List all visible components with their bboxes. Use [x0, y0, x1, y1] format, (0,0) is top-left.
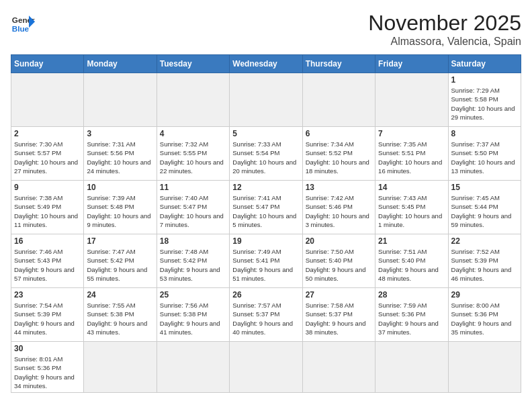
day-number: 29	[451, 290, 518, 300]
day-info: Sunrise: 7:48 AM Sunset: 5:42 PM Dayligh…	[160, 247, 226, 283]
day-number: 4	[160, 129, 226, 138]
calendar-day-cell	[157, 73, 229, 127]
day-info: Sunrise: 7:54 AM Sunset: 5:39 PM Dayligh…	[14, 301, 81, 336]
day-number: 14	[378, 183, 445, 192]
day-number: 6	[306, 129, 372, 138]
calendar-day-cell: 17Sunrise: 7:47 AM Sunset: 5:42 PM Dayli…	[84, 234, 157, 288]
day-number: 9	[14, 183, 81, 192]
calendar-day-cell	[11, 73, 84, 127]
logo-icon: General Blue	[11, 11, 35, 35]
svg-text:Blue: Blue	[12, 24, 30, 33]
day-number: 11	[160, 183, 226, 192]
calendar-day-cell	[157, 342, 229, 393]
day-info: Sunrise: 7:57 AM Sunset: 5:37 PM Dayligh…	[232, 301, 299, 336]
calendar-day-cell	[375, 342, 448, 393]
day-number: 7	[378, 129, 445, 138]
calendar-day-cell: 26Sunrise: 7:57 AM Sunset: 5:37 PM Dayli…	[230, 288, 302, 342]
calendar-day-cell: 18Sunrise: 7:48 AM Sunset: 5:42 PM Dayli…	[157, 234, 229, 288]
header: General Blue November 2025 Almassora, Va…	[11, 11, 521, 48]
logo: General Blue	[11, 11, 35, 35]
day-number: 3	[87, 129, 153, 138]
day-number: 21	[378, 236, 445, 246]
calendar-week-row: 23Sunrise: 7:54 AM Sunset: 5:39 PM Dayli…	[11, 288, 521, 342]
day-info: Sunrise: 7:41 AM Sunset: 5:47 PM Dayligh…	[232, 193, 299, 229]
location-subtitle: Almassora, Valencia, Spain	[368, 36, 521, 48]
day-info: Sunrise: 7:45 AM Sunset: 5:44 PM Dayligh…	[451, 193, 518, 229]
calendar-day-cell: 10Sunrise: 7:39 AM Sunset: 5:48 PM Dayli…	[84, 181, 157, 234]
calendar-day-cell: 6Sunrise: 7:34 AM Sunset: 5:52 PM Daylig…	[302, 127, 375, 181]
calendar-day-cell: 20Sunrise: 7:50 AM Sunset: 5:40 PM Dayli…	[302, 234, 375, 288]
day-number: 12	[232, 183, 299, 192]
day-number: 8	[451, 129, 518, 138]
day-info: Sunrise: 7:43 AM Sunset: 5:45 PM Dayligh…	[378, 193, 445, 229]
day-number: 28	[378, 290, 445, 300]
day-number: 24	[87, 290, 153, 300]
calendar-day-cell	[375, 73, 448, 127]
day-info: Sunrise: 7:33 AM Sunset: 5:54 PM Dayligh…	[232, 140, 299, 175]
day-info: Sunrise: 7:59 AM Sunset: 5:36 PM Dayligh…	[378, 301, 445, 336]
col-saturday: Saturday	[448, 55, 521, 73]
day-info: Sunrise: 7:40 AM Sunset: 5:47 PM Dayligh…	[160, 193, 226, 229]
calendar-day-cell: 4Sunrise: 7:32 AM Sunset: 5:55 PM Daylig…	[157, 127, 229, 181]
day-info: Sunrise: 7:39 AM Sunset: 5:48 PM Dayligh…	[87, 193, 153, 229]
calendar-day-cell	[84, 342, 157, 393]
calendar-day-cell: 25Sunrise: 7:56 AM Sunset: 5:38 PM Dayli…	[157, 288, 229, 342]
calendar-day-cell: 30Sunrise: 8:01 AM Sunset: 5:36 PM Dayli…	[11, 342, 84, 393]
day-number: 10	[87, 183, 153, 192]
calendar-week-row: 16Sunrise: 7:46 AM Sunset: 5:43 PM Dayli…	[11, 234, 521, 288]
day-number: 20	[306, 236, 372, 246]
day-info: Sunrise: 7:29 AM Sunset: 5:58 PM Dayligh…	[451, 86, 518, 122]
calendar-day-cell: 28Sunrise: 7:59 AM Sunset: 5:36 PM Dayli…	[375, 288, 448, 342]
calendar-day-cell	[448, 342, 521, 393]
calendar-day-cell	[302, 342, 375, 393]
day-info: Sunrise: 7:42 AM Sunset: 5:46 PM Dayligh…	[306, 193, 372, 229]
calendar-week-row: 9Sunrise: 7:38 AM Sunset: 5:49 PM Daylig…	[11, 181, 521, 234]
calendar-day-cell: 15Sunrise: 7:45 AM Sunset: 5:44 PM Dayli…	[448, 181, 521, 234]
calendar-day-cell: 22Sunrise: 7:52 AM Sunset: 5:39 PM Dayli…	[448, 234, 521, 288]
calendar-day-cell: 21Sunrise: 7:51 AM Sunset: 5:40 PM Dayli…	[375, 234, 448, 288]
calendar-day-cell: 8Sunrise: 7:37 AM Sunset: 5:50 PM Daylig…	[448, 127, 521, 181]
calendar-day-cell: 5Sunrise: 7:33 AM Sunset: 5:54 PM Daylig…	[230, 127, 302, 181]
calendar-day-cell	[84, 73, 157, 127]
day-info: Sunrise: 8:00 AM Sunset: 5:36 PM Dayligh…	[451, 301, 518, 336]
calendar-day-cell: 9Sunrise: 7:38 AM Sunset: 5:49 PM Daylig…	[11, 181, 84, 234]
calendar-day-cell	[230, 73, 302, 127]
day-number: 5	[232, 129, 299, 138]
day-info: Sunrise: 7:51 AM Sunset: 5:40 PM Dayligh…	[378, 247, 445, 283]
calendar-day-cell: 27Sunrise: 7:58 AM Sunset: 5:37 PM Dayli…	[302, 288, 375, 342]
calendar-day-cell	[230, 342, 302, 393]
day-info: Sunrise: 7:30 AM Sunset: 5:57 PM Dayligh…	[14, 140, 81, 175]
day-number: 2	[14, 129, 81, 138]
day-info: Sunrise: 7:56 AM Sunset: 5:38 PM Dayligh…	[160, 301, 226, 336]
calendar-body: 1Sunrise: 7:29 AM Sunset: 5:58 PM Daylig…	[11, 73, 521, 393]
day-info: Sunrise: 7:49 AM Sunset: 5:41 PM Dayligh…	[232, 247, 299, 283]
day-info: Sunrise: 7:46 AM Sunset: 5:43 PM Dayligh…	[14, 247, 81, 283]
day-number: 17	[87, 236, 153, 246]
day-number: 25	[160, 290, 226, 300]
calendar-week-row: 2Sunrise: 7:30 AM Sunset: 5:57 PM Daylig…	[11, 127, 521, 181]
calendar-week-row: 1Sunrise: 7:29 AM Sunset: 5:58 PM Daylig…	[11, 73, 521, 127]
col-monday: Monday	[84, 55, 157, 73]
calendar-day-cell: 1Sunrise: 7:29 AM Sunset: 5:58 PM Daylig…	[448, 73, 521, 127]
day-info: Sunrise: 7:34 AM Sunset: 5:52 PM Dayligh…	[306, 140, 372, 175]
day-number: 19	[232, 236, 299, 246]
col-friday: Friday	[375, 55, 448, 73]
calendar-day-cell: 14Sunrise: 7:43 AM Sunset: 5:45 PM Dayli…	[375, 181, 448, 234]
calendar-day-cell	[302, 73, 375, 127]
day-info: Sunrise: 7:35 AM Sunset: 5:51 PM Dayligh…	[378, 140, 445, 175]
day-number: 15	[451, 183, 518, 192]
calendar-day-cell: 19Sunrise: 7:49 AM Sunset: 5:41 PM Dayli…	[230, 234, 302, 288]
day-number: 30	[14, 344, 81, 353]
calendar-day-cell: 16Sunrise: 7:46 AM Sunset: 5:43 PM Dayli…	[11, 234, 84, 288]
day-number: 23	[14, 290, 81, 300]
col-tuesday: Tuesday	[157, 55, 229, 73]
calendar-day-cell: 23Sunrise: 7:54 AM Sunset: 5:39 PM Dayli…	[11, 288, 84, 342]
calendar-table: Sunday Monday Tuesday Wednesday Thursday…	[11, 54, 521, 393]
col-thursday: Thursday	[302, 55, 375, 73]
day-info: Sunrise: 7:38 AM Sunset: 5:49 PM Dayligh…	[14, 193, 81, 229]
title-block: November 2025 Almassora, Valencia, Spain	[368, 11, 521, 48]
day-info: Sunrise: 7:58 AM Sunset: 5:37 PM Dayligh…	[306, 301, 372, 336]
day-number: 1	[451, 75, 518, 85]
days-of-week-row: Sunday Monday Tuesday Wednesday Thursday…	[11, 55, 521, 73]
day-info: Sunrise: 8:01 AM Sunset: 5:36 PM Dayligh…	[14, 355, 81, 390]
